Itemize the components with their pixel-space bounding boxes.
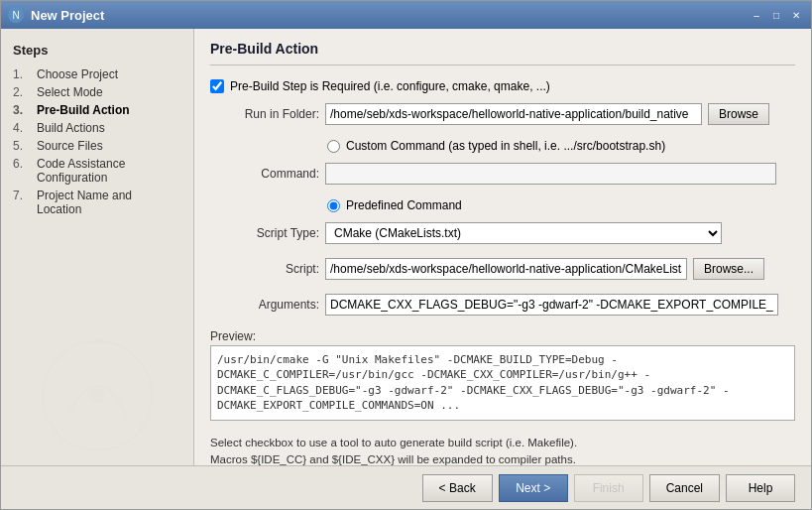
svg-text:N: N <box>12 10 19 21</box>
preview-box: /usr/bin/cmake -G "Unix Makefiles" -DCMA… <box>210 345 795 421</box>
predefined-command-radio-row: Predefined Command <box>210 198 795 212</box>
svg-point-3 <box>89 388 105 404</box>
script-input[interactable] <box>325 258 687 280</box>
browse-folder-button[interactable]: Browse <box>708 103 769 125</box>
footer: < Back Next > Finish Cancel Help <box>1 465 811 509</box>
sidebar-item-source-files[interactable]: 5. Source Files <box>1 137 193 155</box>
arguments-input[interactable] <box>325 294 778 316</box>
command-input[interactable] <box>325 163 776 185</box>
preview-label: Preview: <box>210 329 795 343</box>
predefined-command-label: Predefined Command <box>346 198 462 212</box>
sidebar-item-choose-project[interactable]: 1. Choose Project <box>1 65 193 83</box>
maximize-button[interactable]: □ <box>767 6 785 24</box>
info-line-1: Select checkbox to use a tool to auto ge… <box>210 435 795 451</box>
custom-command-radio[interactable] <box>327 140 340 153</box>
app-icon: N <box>7 6 25 24</box>
sidebar-item-select-mode[interactable]: 2. Select Mode <box>1 83 193 101</box>
main-panel: Pre-Build Action Pre-Build Step is Requi… <box>194 29 811 465</box>
script-type-select[interactable]: CMake (CMakeLists.txt) Autotools Qmake <box>325 222 722 244</box>
custom-command-radio-row: Custom Command (as typed in shell, i.e. … <box>210 139 795 153</box>
preview-text: /usr/bin/cmake -G "Unix Makefiles" -DCMA… <box>217 353 730 412</box>
window-title: New Project <box>31 8 104 23</box>
sidebar-item-prebuild-action[interactable]: 3. Pre-Build Action <box>1 101 193 119</box>
minimize-button[interactable]: – <box>748 6 765 24</box>
command-row: Command: <box>210 163 795 185</box>
cancel-button[interactable]: Cancel <box>649 474 720 502</box>
run-in-folder-label: Run in Folder: <box>210 107 319 121</box>
prebuild-checkbox[interactable] <box>210 79 224 93</box>
help-button[interactable]: Help <box>726 474 795 502</box>
sidebar-item-build-actions[interactable]: 4. Build Actions <box>1 119 193 137</box>
command-label: Command: <box>210 167 319 181</box>
next-button[interactable]: Next > <box>499 474 568 502</box>
finish-button[interactable]: Finish <box>574 474 643 502</box>
content-area: Steps 1. Choose Project 2. Select Mode 3… <box>1 29 811 465</box>
info-line-2: Macros ${IDE_CC} and ${IDE_CXX} will be … <box>210 451 795 465</box>
info-text: Select checkbox to use a tool to auto ge… <box>210 435 795 465</box>
titlebar: N New Project – □ ✕ <box>1 1 811 29</box>
run-in-folder-row: Run in Folder: Browse <box>210 103 795 125</box>
panel-title: Pre-Build Action <box>210 41 795 65</box>
script-row: Script: Browse... <box>210 258 795 280</box>
preview-section: Preview: /usr/bin/cmake -G "Unix Makefil… <box>210 329 795 421</box>
main-window: N New Project – □ ✕ Steps 1. Choose Proj… <box>0 0 812 510</box>
window-controls: – □ ✕ <box>748 6 805 24</box>
sidebar-watermark <box>1 336 193 455</box>
script-type-label: Script Type: <box>210 226 319 240</box>
predefined-command-radio[interactable] <box>327 199 340 212</box>
steps-header: Steps <box>1 39 193 65</box>
script-label: Script: <box>210 262 319 276</box>
arguments-row: Arguments: <box>210 294 795 316</box>
run-in-folder-input[interactable] <box>325 103 702 125</box>
sidebar: Steps 1. Choose Project 2. Select Mode 3… <box>1 29 194 465</box>
titlebar-left: N New Project <box>7 6 104 24</box>
prebuild-checkbox-label: Pre-Build Step is Required (i.e. configu… <box>230 79 550 93</box>
back-button[interactable]: < Back <box>422 474 493 502</box>
close-button[interactable]: ✕ <box>787 6 805 24</box>
custom-command-label: Custom Command (as typed in shell, i.e. … <box>346 139 665 153</box>
prebuild-checkbox-row: Pre-Build Step is Required (i.e. configu… <box>210 79 795 93</box>
script-type-row: Script Type: CMake (CMakeLists.txt) Auto… <box>210 222 795 244</box>
sidebar-item-project-name[interactable]: 7. Project Name andLocation <box>1 187 193 218</box>
arguments-label: Arguments: <box>210 298 319 312</box>
browse-script-button[interactable]: Browse... <box>693 258 764 280</box>
sidebar-item-code-assistance[interactable]: 6. Code AssistanceConfiguration <box>1 155 193 187</box>
